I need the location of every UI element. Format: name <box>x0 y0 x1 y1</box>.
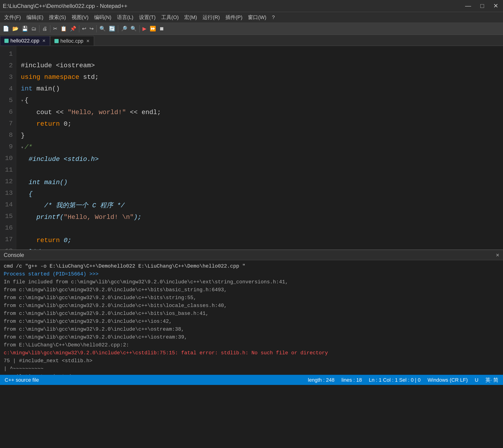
console-line-1: Process started (PID=15664) >>> <box>4 270 499 278</box>
toolbar-cut[interactable]: ✂ <box>52 25 59 33</box>
console-line-5: from c:\mingw\lib\gcc\mingw32\9.2.0\incl… <box>4 302 499 310</box>
toolbar-sep1 <box>39 25 39 33</box>
toolbar-zoomin[interactable]: 🔎 <box>120 25 129 33</box>
editor-area: 1 2 3 4 5 6 7 8 9 10 11 12 13 14 15 16 1… <box>0 46 503 249</box>
tab-icon-1 <box>4 39 9 43</box>
menu-item-r[interactable]: 运行(R) <box>200 13 222 22</box>
code-line-15: printf("Hello, World! \n"); <box>21 212 498 223</box>
tab-close-1[interactable]: ✕ <box>42 38 46 43</box>
titlebar-controls: — □ ✕ <box>463 1 500 10</box>
toolbar-sep4 <box>96 25 97 33</box>
toolbar-paste[interactable]: 📌 <box>69 25 78 33</box>
tab-helloc[interactable]: helloc.cpp ✕ <box>50 36 94 46</box>
toolbar-copy[interactable]: 📋 <box>59 25 68 33</box>
close-button[interactable]: ✕ <box>491 1 500 10</box>
code-line-6: cout << "Hello, world!" << endl; <box>21 107 498 118</box>
toolbar-open[interactable]: 📂 <box>11 25 20 33</box>
code-line-13: { <box>21 188 498 200</box>
toolbar-find[interactable]: 🔍 <box>98 25 107 33</box>
code-line-18: }*/ <box>21 246 498 249</box>
status-filetype: C++ source file <box>5 377 39 383</box>
status-encoding: Windows (CR LF) <box>427 377 468 383</box>
toolbar-runall[interactable]: ⏩ <box>148 25 157 33</box>
line-numbers: 1 2 3 4 5 6 7 8 9 10 11 12 13 14 15 16 1… <box>0 46 16 249</box>
toolbar-run[interactable]: ▶ <box>141 25 148 33</box>
menu-item-f[interactable]: 文件(F) <box>2 13 23 22</box>
status-cursor: Ln : 1 Col : 1 Sel : 0 | 0 <box>369 377 421 383</box>
code-line-3: using namespace std; <box>21 71 498 83</box>
menu-item-o[interactable]: 工具(O) <box>159 13 181 22</box>
console-line-2: In file included from c:\mingw\lib\gcc\m… <box>4 278 499 286</box>
code-line-9: ▾/* <box>21 141 498 153</box>
titlebar-title: E:\LiuChang\C++\Demo\hello022.cpp - Note… <box>3 3 127 9</box>
code-line-17: return 0; <box>21 235 498 246</box>
maximize-button[interactable]: □ <box>478 1 486 10</box>
tabbar: hello022.cpp ✕ helloc.cpp ✕ <box>0 35 503 46</box>
toolbar-stop[interactable]: ⏹ <box>158 25 166 33</box>
toolbar-zoomout[interactable]: 🔍 <box>129 25 138 33</box>
tab-hello022[interactable]: hello022.cpp ✕ <box>0 36 50 46</box>
menu-item-w[interactable]: 窗口(W) <box>246 13 268 22</box>
menu-item-e[interactable]: 编辑(E) <box>24 13 46 22</box>
tab-label-1: hello022.cpp <box>10 38 39 44</box>
toolbar-sep5 <box>118 25 118 33</box>
code-line-1 <box>21 48 498 60</box>
toolbar-save[interactable]: 💾 <box>20 25 30 33</box>
toolbar-sep6 <box>140 25 140 33</box>
code-line-10: #include <stdio.h> <box>21 153 498 165</box>
statusbar: C++ source file length : 248 lines : 18 … <box>0 375 503 385</box>
tab-icon-2 <box>54 39 59 43</box>
tab-close-2[interactable]: ✕ <box>86 38 90 44</box>
toolbar-replace[interactable]: 🔄 <box>108 25 117 33</box>
menubar: 文件(F)编辑(E)搜索(S)视图(V)编码(N)语言(L)设置(T)工具(O)… <box>0 12 503 23</box>
console-close-button[interactable]: ✕ <box>496 252 499 258</box>
console-container: Console ✕ cmd /c "g++ -o E:\LiuChang\C++… <box>0 249 503 375</box>
console-line-11: c:\mingw\lib\gcc\mingw32\9.2.0\include\c… <box>4 349 499 357</box>
toolbar: 📄 📂 💾 🗂 🖨 ✂ 📋 📌 ↩ ↪ 🔍 🔄 🔎 🔍 ▶ ⏩ ⏹ <box>0 23 503 35</box>
console-line-12: 75 | #include_next <stdlib.h> <box>4 357 499 365</box>
toolbar-sep2 <box>50 25 50 33</box>
console-header: Console ✕ <box>0 250 503 260</box>
code-line-7: return 0; <box>21 118 498 130</box>
code-line-5: ▾{ <box>21 95 498 107</box>
console-line-7: from c:\mingw\lib\gcc\mingw32\9.2.0\incl… <box>4 318 499 326</box>
toolbar-new[interactable]: 📄 <box>1 25 10 33</box>
tab-label-2: helloc.cpp <box>61 38 83 44</box>
status-left: C++ source file <box>5 377 39 383</box>
status-ime: 英· 简 <box>485 377 498 383</box>
code-line-8: } <box>21 130 498 141</box>
console-line-3: from c:\mingw\lib\gcc\mingw32\9.2.0\incl… <box>4 286 499 294</box>
status-right: length : 248 lines : 18 Ln : 1 Col : 1 S… <box>308 377 498 383</box>
console-line-8: from c:\mingw\lib\gcc\mingw32\9.2.0\incl… <box>4 326 499 333</box>
menu-item-p[interactable]: 插件(P) <box>223 13 245 22</box>
code-line-4: int main() <box>21 83 498 95</box>
minimize-button[interactable]: — <box>463 1 473 10</box>
console-line-14: compilation terminated. <box>4 373 499 375</box>
code-line-11 <box>21 165 498 177</box>
console-line-0: cmd /c "g++ -o E:\LiuChang\C++\Demohello… <box>4 263 499 270</box>
menu-item-s[interactable]: 搜索(S) <box>47 13 68 22</box>
menu-item-l[interactable]: 语言(L) <box>115 13 136 22</box>
code-line-12: int main() <box>21 177 498 188</box>
menu-item-m[interactable]: 宏(M) <box>182 13 199 22</box>
menu-item-[interactable]: ? <box>270 14 277 21</box>
console-line-4: from c:\mingw\lib\gcc\mingw32\9.2.0\incl… <box>4 294 499 302</box>
console-title: Console <box>4 252 24 258</box>
code-content[interactable]: #include <iostream> using namespace std;… <box>16 46 503 249</box>
status-charset: U <box>475 377 478 383</box>
toolbar-print[interactable]: 🖨 <box>41 25 49 33</box>
console-line-13: | ^~~~~~~~~~~ <box>4 365 499 373</box>
console-line-10: from E:\LiuChang\C++\Demo\hello022.cpp:2… <box>4 341 499 349</box>
titlebar: E:\LiuChang\C++\Demo\hello022.cpp - Note… <box>0 0 503 12</box>
menu-item-v[interactable]: 视图(V) <box>69 13 91 22</box>
toolbar-saveall[interactable]: 🗂 <box>30 25 38 33</box>
menu-item-n[interactable]: 编码(N) <box>92 13 114 22</box>
toolbar-undo[interactable]: ↩ <box>81 25 88 33</box>
code-line-14: /* 我的第一个 C 程序 */ <box>21 200 498 212</box>
toolbar-redo[interactable]: ↪ <box>88 25 95 33</box>
menu-item-t[interactable]: 设置(T) <box>137 13 158 22</box>
console-line-6: from c:\mingw\lib\gcc\mingw32\9.2.0\incl… <box>4 310 499 318</box>
code-line-16 <box>21 223 498 235</box>
console-line-9: from c:\mingw\lib\gcc\mingw32\9.2.0\incl… <box>4 333 499 341</box>
toolbar-sep3 <box>79 25 79 33</box>
